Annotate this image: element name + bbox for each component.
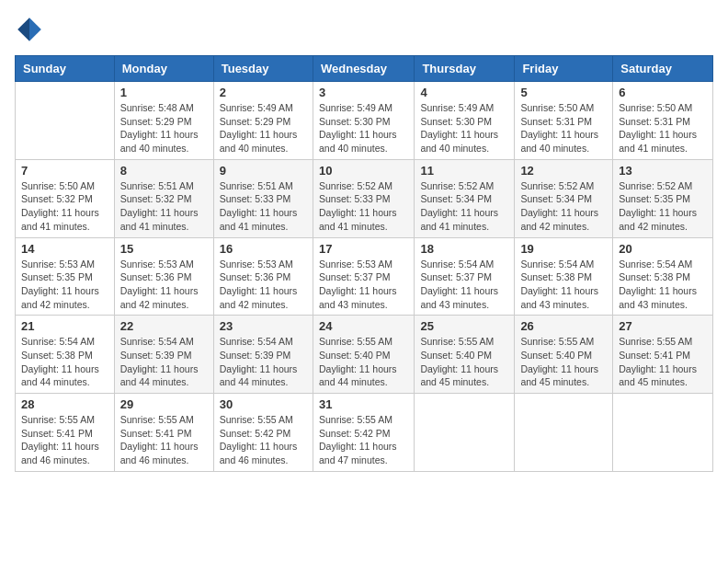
day-info: Sunrise: 5:55 AMSunset: 5:41 PMDaylight:… [619,335,707,389]
calendar-cell: 19Sunrise: 5:54 AMSunset: 5:38 PMDayligh… [515,237,613,316]
day-number: 19 [520,242,607,256]
day-number: 9 [220,164,307,178]
day-number: 18 [420,242,508,256]
calendar-cell: 20Sunrise: 5:54 AMSunset: 5:38 PMDayligh… [613,237,713,316]
calendar-cell: 14Sunrise: 5:53 AMSunset: 5:35 PMDayligh… [16,237,115,316]
day-number: 29 [120,397,208,411]
day-number: 30 [220,397,307,411]
calendar-cell: 24Sunrise: 5:55 AMSunset: 5:40 PMDayligh… [313,316,414,394]
calendar-cell [515,394,613,472]
day-info: Sunrise: 5:54 AMSunset: 5:38 PMDaylight:… [21,335,108,389]
day-number: 12 [520,164,607,178]
calendar-cell: 3Sunrise: 5:49 AMSunset: 5:30 PMDaylight… [313,82,414,160]
day-info: Sunrise: 5:53 AMSunset: 5:36 PMDaylight:… [120,258,208,312]
day-number: 26 [520,319,607,333]
day-number: 7 [21,164,108,178]
calendar-cell: 17Sunrise: 5:53 AMSunset: 5:37 PMDayligh… [313,237,414,316]
day-number: 8 [120,164,208,178]
day-number: 31 [319,397,408,411]
day-number: 24 [319,319,408,333]
calendar-cell: 23Sunrise: 5:54 AMSunset: 5:39 PMDayligh… [213,316,313,394]
day-info: Sunrise: 5:55 AMSunset: 5:41 PMDaylight:… [120,413,208,467]
svg-marker-0 [29,17,41,41]
day-header-wednesday: Wednesday [313,56,414,82]
calendar-cell: 16Sunrise: 5:53 AMSunset: 5:36 PMDayligh… [213,237,313,316]
logo [15,15,48,44]
calendar-cell [16,82,115,160]
calendar-cell: 13Sunrise: 5:52 AMSunset: 5:35 PMDayligh… [613,159,713,237]
calendar-cell: 9Sunrise: 5:51 AMSunset: 5:33 PMDaylight… [213,159,313,237]
day-number: 1 [120,86,208,99]
day-info: Sunrise: 5:54 AMSunset: 5:38 PMDaylight:… [619,258,707,312]
calendar-cell: 4Sunrise: 5:49 AMSunset: 5:30 PMDaylight… [415,82,515,160]
logo-icon [15,15,44,44]
calendar-cell: 29Sunrise: 5:55 AMSunset: 5:41 PMDayligh… [114,394,213,472]
day-number: 17 [319,242,408,256]
calendar-cell: 5Sunrise: 5:50 AMSunset: 5:31 PMDaylight… [515,82,613,160]
day-info: Sunrise: 5:55 AMSunset: 5:40 PMDaylight:… [520,335,607,389]
svg-marker-1 [17,17,29,41]
day-header-sunday: Sunday [16,56,115,82]
day-info: Sunrise: 5:50 AMSunset: 5:32 PMDaylight:… [21,179,108,234]
calendar-cell: 18Sunrise: 5:54 AMSunset: 5:37 PMDayligh… [415,237,515,316]
day-info: Sunrise: 5:52 AMSunset: 5:34 PMDaylight:… [520,179,607,234]
calendar-cell: 2Sunrise: 5:49 AMSunset: 5:29 PMDaylight… [213,82,313,160]
day-info: Sunrise: 5:54 AMSunset: 5:37 PMDaylight:… [420,258,508,312]
calendar-week-row: 1Sunrise: 5:48 AMSunset: 5:29 PMDaylight… [16,82,713,160]
day-number: 22 [120,319,208,333]
calendar-header-row: SundayMondayTuesdayWednesdayThursdayFrid… [16,56,713,82]
day-header-monday: Monday [114,56,213,82]
calendar-cell: 12Sunrise: 5:52 AMSunset: 5:34 PMDayligh… [515,159,613,237]
day-info: Sunrise: 5:53 AMSunset: 5:36 PMDaylight:… [220,258,307,312]
day-number: 23 [220,319,307,333]
calendar-cell: 30Sunrise: 5:55 AMSunset: 5:42 PMDayligh… [213,394,313,472]
calendar-cell: 8Sunrise: 5:51 AMSunset: 5:32 PMDaylight… [114,159,213,237]
day-header-thursday: Thursday [415,56,515,82]
calendar-cell: 25Sunrise: 5:55 AMSunset: 5:40 PMDayligh… [415,316,515,394]
calendar-table: SundayMondayTuesdayWednesdayThursdayFrid… [15,55,713,472]
day-number: 10 [319,164,408,178]
calendar-week-row: 7Sunrise: 5:50 AMSunset: 5:32 PMDaylight… [16,159,713,237]
day-number: 25 [420,319,508,333]
day-info: Sunrise: 5:55 AMSunset: 5:40 PMDaylight:… [319,335,408,389]
calendar-cell: 1Sunrise: 5:48 AMSunset: 5:29 PMDaylight… [114,82,213,160]
day-info: Sunrise: 5:48 AMSunset: 5:29 PMDaylight:… [120,101,208,155]
day-info: Sunrise: 5:54 AMSunset: 5:39 PMDaylight:… [220,335,307,389]
day-info: Sunrise: 5:55 AMSunset: 5:42 PMDaylight:… [220,413,307,467]
calendar-cell: 15Sunrise: 5:53 AMSunset: 5:36 PMDayligh… [114,237,213,316]
calendar-cell: 7Sunrise: 5:50 AMSunset: 5:32 PMDaylight… [16,159,115,237]
day-info: Sunrise: 5:54 AMSunset: 5:39 PMDaylight:… [120,335,208,389]
day-info: Sunrise: 5:51 AMSunset: 5:33 PMDaylight:… [220,179,307,234]
day-info: Sunrise: 5:49 AMSunset: 5:30 PMDaylight:… [420,101,508,155]
calendar-week-row: 14Sunrise: 5:53 AMSunset: 5:35 PMDayligh… [16,237,713,316]
day-info: Sunrise: 5:52 AMSunset: 5:33 PMDaylight:… [319,179,408,234]
calendar-cell: 11Sunrise: 5:52 AMSunset: 5:34 PMDayligh… [415,159,515,237]
day-number: 14 [21,242,108,256]
calendar-cell: 6Sunrise: 5:50 AMSunset: 5:31 PMDaylight… [613,82,713,160]
day-number: 27 [619,319,707,333]
day-number: 3 [319,86,408,99]
day-info: Sunrise: 5:55 AMSunset: 5:42 PMDaylight:… [319,413,408,467]
day-info: Sunrise: 5:50 AMSunset: 5:31 PMDaylight:… [520,101,607,155]
calendar-cell: 26Sunrise: 5:55 AMSunset: 5:40 PMDayligh… [515,316,613,394]
day-number: 13 [619,164,707,178]
page-header [15,15,713,44]
day-info: Sunrise: 5:54 AMSunset: 5:38 PMDaylight:… [520,258,607,312]
day-header-friday: Friday [515,56,613,82]
calendar-week-row: 21Sunrise: 5:54 AMSunset: 5:38 PMDayligh… [16,316,713,394]
calendar-cell: 21Sunrise: 5:54 AMSunset: 5:38 PMDayligh… [16,316,115,394]
day-info: Sunrise: 5:53 AMSunset: 5:37 PMDaylight:… [319,258,408,312]
day-info: Sunrise: 5:55 AMSunset: 5:40 PMDaylight:… [420,335,508,389]
day-number: 21 [21,319,108,333]
day-info: Sunrise: 5:51 AMSunset: 5:32 PMDaylight:… [120,179,208,234]
calendar-cell: 31Sunrise: 5:55 AMSunset: 5:42 PMDayligh… [313,394,414,472]
day-info: Sunrise: 5:55 AMSunset: 5:41 PMDaylight:… [21,413,108,467]
calendar-cell: 28Sunrise: 5:55 AMSunset: 5:41 PMDayligh… [16,394,115,472]
day-info: Sunrise: 5:52 AMSunset: 5:34 PMDaylight:… [420,179,508,234]
calendar-cell: 10Sunrise: 5:52 AMSunset: 5:33 PMDayligh… [313,159,414,237]
calendar-week-row: 28Sunrise: 5:55 AMSunset: 5:41 PMDayligh… [16,394,713,472]
day-number: 2 [220,86,307,99]
day-info: Sunrise: 5:53 AMSunset: 5:35 PMDaylight:… [21,258,108,312]
day-header-tuesday: Tuesday [213,56,313,82]
day-info: Sunrise: 5:49 AMSunset: 5:30 PMDaylight:… [319,101,408,155]
